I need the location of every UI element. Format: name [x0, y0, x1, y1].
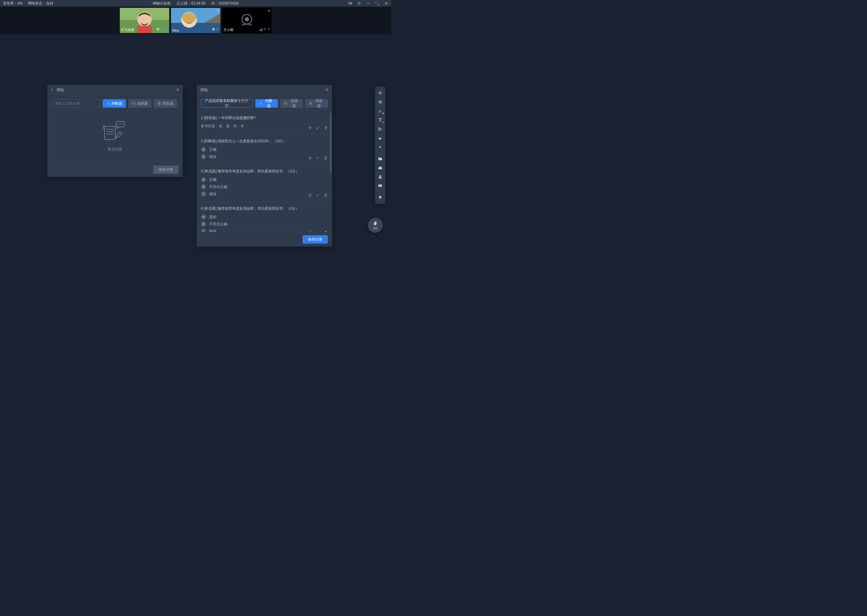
judge-question-button[interactable]: 判断题	[102, 99, 126, 108]
judge-question-button[interactable]: 判断题	[255, 99, 278, 108]
topbar: 丢包率：0% 网络状态：良好 神秘大自然 已上课：02:34:09 ID：202…	[0, 0, 391, 6]
question-option[interactable]: B 不完全正确	[201, 222, 328, 227]
svg-point-49	[380, 146, 381, 148]
video-tile-teacher[interactable]: 叮当老师	[120, 8, 169, 33]
quiz-title-input[interactable]: 产品说试卷名称最多十六个字	[201, 99, 253, 108]
video-tile-student[interactable]: × Nina	[171, 8, 221, 33]
camera-icon[interactable]	[348, 1, 352, 5]
svg-point-44	[380, 93, 381, 94]
svg-rect-51	[379, 167, 381, 167]
panel-close-icon[interactable]: ×	[177, 87, 179, 93]
bell-tool[interactable]	[375, 193, 385, 202]
option-letter: C	[201, 191, 206, 197]
question-option[interactable]: A 正确	[201, 147, 328, 152]
save-quiz-button[interactable]: 保存试卷	[153, 165, 178, 174]
video-name-label: 叮当老师	[121, 28, 134, 32]
svg-point-10	[158, 29, 159, 30]
move-icon[interactable]	[308, 230, 312, 232]
eraser-tool[interactable]	[375, 134, 385, 143]
edit-icon[interactable]	[316, 230, 320, 232]
short-answer-button[interactable]: 简答题	[154, 99, 177, 108]
question-actions	[308, 156, 328, 160]
scissors-tool[interactable]	[375, 124, 385, 134]
delete-icon[interactable]	[324, 126, 328, 130]
panel-close-icon[interactable]: ×	[326, 87, 328, 93]
edit-icon[interactable]	[316, 156, 320, 160]
svg-point-31	[118, 124, 118, 125]
chat-tool[interactable]	[375, 181, 385, 190]
svg-rect-0	[348, 2, 351, 4]
video-close-icon[interactable]: ×	[217, 9, 219, 13]
btn-label: 判断题	[111, 101, 122, 106]
video-name-label: Nina	[172, 28, 179, 32]
choice-question-button[interactable]: 选择题	[280, 99, 303, 108]
option-letter: A	[201, 214, 206, 220]
video-strip: 叮当老师 × Nina × 王小明	[0, 6, 391, 34]
move-icon[interactable]	[308, 193, 312, 197]
pen-tool[interactable]	[375, 107, 385, 115]
question-actions	[308, 193, 328, 197]
option-text: 正确	[209, 177, 216, 182]
svg-point-32	[120, 124, 121, 125]
move-tool[interactable]	[375, 97, 385, 107]
svg-line-48	[379, 128, 382, 130]
question-option[interactable]: A 正确	[201, 177, 328, 182]
mic-icon	[161, 27, 164, 32]
btn-label: 简答题	[314, 98, 324, 108]
pointer-tool[interactable]	[375, 88, 385, 97]
svg-rect-8	[137, 26, 152, 33]
option-letter: B	[201, 184, 206, 190]
move-icon[interactable]	[308, 156, 312, 160]
user-tool[interactable]	[375, 172, 385, 181]
settings-icon[interactable]	[357, 1, 361, 5]
text-tool[interactable]: T	[375, 115, 385, 124]
svg-point-54	[379, 185, 380, 186]
question-option[interactable]: A 是的	[201, 214, 328, 220]
target-icon	[156, 27, 160, 32]
svg-rect-11	[162, 28, 163, 30]
brightness-tool[interactable]	[375, 143, 385, 152]
quiz-panel-empty: 测验 × 判断题 选择题 简答题	[47, 85, 183, 177]
question-block: 4 [多选题] 施华洛世奇是反华品牌，所以梁鼎琪反华。（2分） A 是的 B 不…	[201, 203, 328, 232]
edit-icon[interactable]	[316, 193, 320, 197]
scrollbar[interactable]	[330, 113, 331, 173]
question-option[interactable]: B 不完全正确	[201, 184, 328, 190]
video-tile-student[interactable]: × 王小明	[222, 8, 271, 33]
quiz-name-input[interactable]	[52, 99, 100, 108]
option-text: 错译	[209, 229, 216, 232]
btn-label: 判断题	[264, 98, 274, 108]
signal-bars-icon	[165, 28, 168, 31]
svg-rect-23	[268, 28, 270, 30]
mic-icon	[267, 27, 270, 32]
option-letter: A	[201, 177, 206, 182]
close-icon[interactable]	[384, 1, 388, 5]
short-answer-button[interactable]: 简答题	[305, 99, 328, 108]
delete-icon[interactable]	[324, 230, 328, 232]
edit-icon[interactable]	[316, 126, 320, 130]
mic-muted-icon	[263, 27, 266, 32]
question-actions	[308, 126, 328, 130]
option-text: 正确	[209, 147, 216, 152]
choice-question-button[interactable]: 选择题	[128, 99, 151, 108]
session-id-label: ID：2020070324	[211, 1, 239, 6]
folder-tool[interactable]	[375, 154, 385, 163]
move-icon[interactable]	[308, 126, 312, 130]
maximize-icon[interactable]	[375, 1, 379, 5]
question-block: 2 [判断题] 我国宪法上一次更新是在2020年。（2分） A 正确 B 错误	[201, 135, 328, 165]
quiz-panel-questions: 测验 × 产品说试卷名称最多十六个字 判断题 选择题 简答题 1 [简答题] 一…	[197, 85, 332, 247]
svg-point-56	[381, 185, 381, 186]
svg-rect-50	[378, 167, 382, 169]
svg-point-40	[284, 102, 287, 105]
delete-icon[interactable]	[324, 156, 328, 160]
btn-label: 简答题	[162, 101, 173, 106]
save-quiz-button[interactable]: 保存试卷	[303, 235, 328, 244]
empty-state: 暂无试题	[52, 112, 178, 155]
toolbox-tool[interactable]	[375, 163, 385, 172]
svg-point-33	[122, 124, 123, 125]
raise-hand-button[interactable]: 0/2	[368, 218, 383, 233]
minimize-icon[interactable]	[366, 1, 370, 5]
option-text: 不完全正确	[209, 222, 227, 227]
back-icon[interactable]	[51, 88, 54, 92]
delete-icon[interactable]	[324, 193, 328, 197]
video-close-icon[interactable]: ×	[268, 9, 270, 13]
